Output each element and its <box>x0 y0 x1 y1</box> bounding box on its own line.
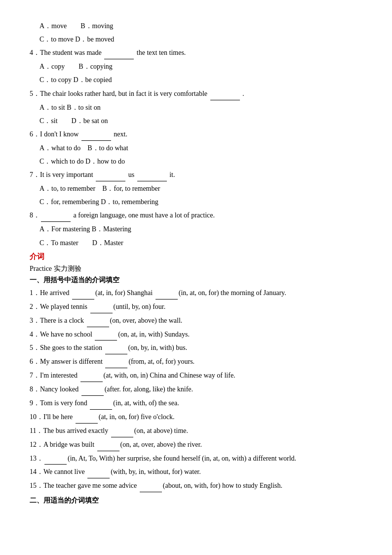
q4-choices-AB: A．copy B．copying <box>30 60 362 73</box>
list-item: 13．(in, At, To, With) her surprise, she … <box>30 452 362 465</box>
blank-q7-2 <box>137 181 167 181</box>
q5-choices-CD: C．sit D．be sat on <box>30 115 362 127</box>
q5-choices-AB: A．to sit B．to sit on <box>30 101 362 114</box>
blank-7a <box>80 382 103 382</box>
practice-header: Practice 实力测验 <box>30 262 362 275</box>
list-item: 1．He arrived (at, in, for) Shanghai (in,… <box>30 287 362 299</box>
blank-q5-1 <box>210 100 240 100</box>
blank-q7-1 <box>96 181 125 181</box>
part2-title: 二、用适当的介词填空 <box>30 496 362 505</box>
main-content: A．move B．moving C．to move D．be moved 4．T… <box>30 20 362 505</box>
list-item: 12．A bridge was built (on, at, over, abo… <box>30 438 362 451</box>
blank-13a <box>44 464 67 465</box>
choice-C-tomove: C．to move D．be moved <box>30 33 362 45</box>
list-item: 8．Nancy looked (after. for, along, like)… <box>30 383 362 396</box>
list-item: 3．There is a clock (on, over, above) the… <box>30 314 362 327</box>
list-item: 7．I'm interested (at, with, on, in) Chin… <box>30 369 362 382</box>
part1-title: 一、用括号中适当的介词填空 <box>30 276 362 285</box>
list-item: 11．The bus arrived exactly (on, at above… <box>30 425 362 437</box>
blank-12a <box>97 451 119 451</box>
blank-14a <box>87 478 110 478</box>
list-item: 14．We cannot live (with, by, in, without… <box>30 466 362 478</box>
q6-choices-AB: A．what to do B．to do what <box>30 142 362 154</box>
blank-15a <box>140 492 162 492</box>
question-4: 4．The student was made the text ten time… <box>30 46 362 59</box>
blank-4a <box>95 340 117 341</box>
q4-choices-CD: C．to copy D．be copied <box>30 74 362 86</box>
list-item: 9．Tom is very fond (in, at, with, of) th… <box>30 397 362 410</box>
blank-1b <box>156 299 178 299</box>
blank-2a <box>90 313 113 313</box>
q7-choices-AB: A．to, to remember B．for, to remember <box>30 182 362 195</box>
blank-3a <box>87 327 109 327</box>
blank-q4-1 <box>104 59 134 59</box>
q8-choices-CD: C．To master D．Master <box>30 237 362 249</box>
q8-choices-AB: A．For mastering B．Mastering <box>30 223 362 235</box>
blank-11a <box>111 437 133 437</box>
question-7: 7．It is very important us it. <box>30 169 362 181</box>
blank-6a <box>105 368 127 368</box>
blank-q6-1 <box>81 140 111 141</box>
choice-A-move: A．move B．moving <box>30 20 362 32</box>
blank-5a <box>105 354 127 354</box>
question-5: 5．The chair looks rather hard, but in fa… <box>30 87 362 100</box>
blank-9a <box>90 409 112 410</box>
section-header: 介词 <box>30 252 362 261</box>
list-item: 6．My answer is different (from, at, of, … <box>30 355 362 368</box>
question-8: 8． a foreign language, one must have a l… <box>30 209 362 222</box>
list-item: 15．The teacher gave me some advice (abou… <box>30 479 362 492</box>
blank-1a <box>72 299 94 299</box>
q7-choices-CD: C．for, remembering D．to, remembering <box>30 196 362 208</box>
question-6: 6．I don't I know next. <box>30 128 362 141</box>
q6-choices-CD: C．which to do D．how to do <box>30 155 362 168</box>
list-item: 4．We have no school (on, at, in, with) S… <box>30 328 362 341</box>
blank-8a <box>81 395 104 396</box>
list-item: 10．I'll be here (at, in, on, for) five o… <box>30 411 362 424</box>
blank-q8-1 <box>41 221 71 222</box>
blank-10a <box>76 423 98 424</box>
list-item: 2．We played tennis (until, by, on) four. <box>30 300 362 313</box>
list-item: 5．She goes to the station (on, by, in, w… <box>30 342 362 354</box>
